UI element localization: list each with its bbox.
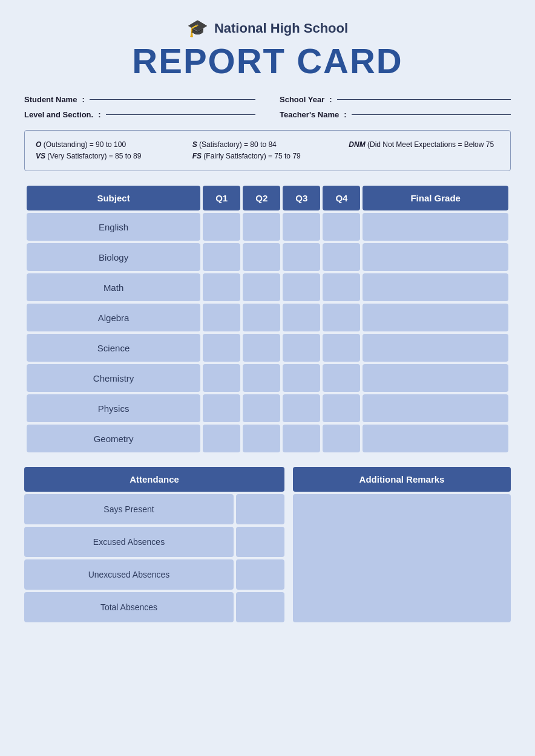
- attendance-label: Unexcused Absences: [24, 559, 234, 590]
- attendance-label: Total Absences: [24, 592, 234, 622]
- subject-cell: Science: [27, 334, 200, 362]
- q4-cell[interactable]: [323, 213, 360, 241]
- table-row: Algebra: [27, 304, 508, 331]
- q1-cell[interactable]: [203, 425, 240, 452]
- legend-item-dnm: DNM (Did Not Meet Expectations = Below 7…: [349, 139, 499, 151]
- attendance-section: Attendance Says Present Excused Absences…: [24, 467, 284, 622]
- attendance-label: Excused Absences: [24, 527, 234, 557]
- subject-cell: Algebra: [27, 304, 200, 331]
- level-section-line[interactable]: [106, 114, 256, 115]
- attendance-row: Excused Absences: [24, 527, 284, 557]
- remarks-box[interactable]: [293, 494, 511, 622]
- q4-cell[interactable]: [323, 334, 360, 362]
- q3-cell[interactable]: [283, 425, 320, 452]
- subject-cell: Physics: [27, 394, 200, 422]
- teacher-name-field: Teacher's Name :: [280, 110, 511, 119]
- final-grade-cell[interactable]: [363, 364, 508, 392]
- q1-cell[interactable]: [203, 213, 240, 241]
- attendance-row: Total Absences: [24, 592, 284, 622]
- teacher-name-line[interactable]: [352, 114, 511, 115]
- q3-cell[interactable]: [283, 213, 320, 241]
- final-grade-cell[interactable]: [363, 243, 508, 271]
- student-name-colon: :: [82, 95, 84, 104]
- student-name-label: Student Name: [24, 95, 77, 104]
- q4-cell[interactable]: [323, 304, 360, 331]
- bottom-section: Attendance Says Present Excused Absences…: [24, 467, 511, 622]
- table-row: Math: [27, 273, 508, 301]
- q1-cell[interactable]: [203, 334, 240, 362]
- final-grade-cell[interactable]: [363, 394, 508, 422]
- school-year-line[interactable]: [337, 99, 511, 100]
- info-row-2: Level and Section. : Teacher's Name :: [24, 110, 511, 119]
- table-row: English: [27, 213, 508, 241]
- q2-cell[interactable]: [243, 334, 280, 362]
- level-section-colon: :: [98, 110, 100, 119]
- final-grade-cell[interactable]: [363, 425, 508, 452]
- q1-cell[interactable]: [203, 243, 240, 271]
- legend-item-o: O (Outstanding) = 90 to 100: [36, 139, 186, 151]
- remarks-header: Additional Remarks: [293, 467, 511, 492]
- table-row: Biology: [27, 243, 508, 271]
- q2-cell[interactable]: [243, 304, 280, 331]
- school-name-row: 🎓 National High School: [24, 18, 511, 38]
- level-section-field: Level and Section. :: [24, 110, 255, 119]
- grades-table: Subject Q1 Q2 Q3 Q4 Final Grade English …: [24, 183, 511, 455]
- school-name: National High School: [214, 21, 348, 36]
- attendance-value[interactable]: [236, 592, 284, 622]
- q4-cell[interactable]: [323, 243, 360, 271]
- q4-cell[interactable]: [323, 273, 360, 301]
- col-header-q3: Q3: [283, 186, 320, 210]
- final-grade-cell[interactable]: [363, 334, 508, 362]
- q2-cell[interactable]: [243, 243, 280, 271]
- attendance-rows: Says Present Excused Absences Unexcused …: [24, 494, 284, 622]
- subject-cell: Biology: [27, 243, 200, 271]
- remarks-section: Additional Remarks: [293, 467, 511, 622]
- final-grade-cell[interactable]: [363, 213, 508, 241]
- q3-cell[interactable]: [283, 304, 320, 331]
- info-row-1: Student Name : School Year :: [24, 95, 511, 104]
- legend-col-1: O (Outstanding) = 90 to 100 VS (Very Sat…: [36, 139, 186, 162]
- teacher-name-colon: :: [344, 110, 346, 119]
- q4-cell[interactable]: [323, 394, 360, 422]
- q1-cell[interactable]: [203, 304, 240, 331]
- school-year-label: School Year: [280, 95, 324, 104]
- school-year-colon: :: [329, 95, 332, 104]
- legend-col-3: DNM (Did Not Meet Expectations = Below 7…: [349, 139, 499, 162]
- level-section-label: Level and Section.: [24, 110, 93, 119]
- subject-cell: Chemistry: [27, 364, 200, 392]
- q2-cell[interactable]: [243, 273, 280, 301]
- student-info: Student Name : School Year : Level and S…: [24, 95, 511, 119]
- q1-cell[interactable]: [203, 273, 240, 301]
- school-year-field: School Year :: [280, 95, 511, 104]
- table-row: Physics: [27, 394, 508, 422]
- student-name-line[interactable]: [90, 99, 255, 100]
- attendance-header: Attendance: [24, 467, 284, 492]
- final-grade-cell[interactable]: [363, 273, 508, 301]
- q1-cell[interactable]: [203, 364, 240, 392]
- q3-cell[interactable]: [283, 273, 320, 301]
- q2-cell[interactable]: [243, 394, 280, 422]
- q2-cell[interactable]: [243, 425, 280, 452]
- subject-cell: Math: [27, 273, 200, 301]
- attendance-value[interactable]: [236, 494, 284, 524]
- attendance-value[interactable]: [236, 527, 284, 557]
- legend-item-fs: FS (Fairly Satisfactory) = 75 to 79: [192, 151, 343, 162]
- q2-cell[interactable]: [243, 364, 280, 392]
- legend-item-s: S (Satisfactory) = 80 to 84: [192, 139, 343, 151]
- subject-cell: Geometry: [27, 425, 200, 452]
- attendance-value[interactable]: [236, 559, 284, 590]
- q1-cell[interactable]: [203, 394, 240, 422]
- q3-cell[interactable]: [283, 243, 320, 271]
- q3-cell[interactable]: [283, 334, 320, 362]
- attendance-label: Says Present: [24, 494, 234, 524]
- q3-cell[interactable]: [283, 364, 320, 392]
- col-header-q1: Q1: [203, 186, 240, 210]
- teacher-name-label: Teacher's Name: [280, 110, 339, 119]
- q2-cell[interactable]: [243, 213, 280, 241]
- subject-cell: English: [27, 213, 200, 241]
- q4-cell[interactable]: [323, 364, 360, 392]
- q4-cell[interactable]: [323, 425, 360, 452]
- q3-cell[interactable]: [283, 394, 320, 422]
- col-header-final-grade: Final Grade: [363, 186, 508, 210]
- final-grade-cell[interactable]: [363, 304, 508, 331]
